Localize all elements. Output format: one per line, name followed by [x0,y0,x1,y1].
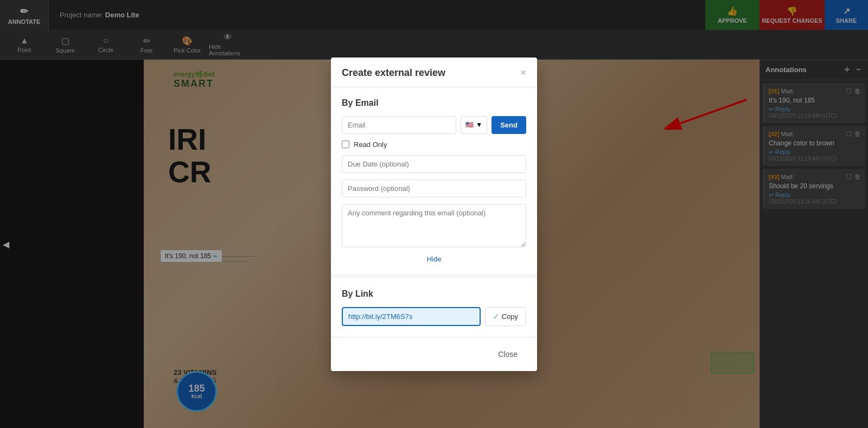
hide-link[interactable]: Hide [342,255,526,263]
due-date-input[interactable] [342,155,526,173]
modal-footer: Close [331,337,537,371]
read-only-checkbox[interactable] [342,140,349,148]
check-icon: ✓ [493,312,499,321]
modal-close-button[interactable]: × [520,67,526,79]
read-only-label: Read Only [354,140,387,149]
modal-header: Create external review × [331,58,537,87]
dropdown-chevron-icon: ▼ [476,121,482,129]
read-only-row: Read Only [342,140,526,149]
email-input-row: 🇺🇸 ▼ Send [342,116,526,134]
modal-footer-close-button[interactable]: Close [489,346,526,363]
create-external-review-modal: Create external review × By Email 🇺🇸 ▼ S… [331,58,537,371]
modal-title: Create external review [342,67,445,79]
comment-textarea[interactable] [342,204,526,247]
by-link-section: By Link ✓ Copy [331,274,537,337]
copy-link-button[interactable]: ✓ Copy [485,307,526,326]
country-flag-select[interactable]: 🇺🇸 ▼ [461,116,487,134]
link-row: ✓ Copy [342,307,526,326]
by-link-title: By Link [342,289,526,299]
us-flag-icon: 🇺🇸 [465,121,474,129]
link-input[interactable] [342,307,481,326]
send-email-button[interactable]: Send [492,116,526,134]
by-email-title: By Email [342,98,526,108]
email-input[interactable] [342,116,456,134]
modal-overlay: Create external review × By Email 🇺🇸 ▼ S… [0,0,868,428]
password-input[interactable] [342,180,526,197]
by-email-section: By Email 🇺🇸 ▼ Send Read Only Hide [331,87,537,274]
